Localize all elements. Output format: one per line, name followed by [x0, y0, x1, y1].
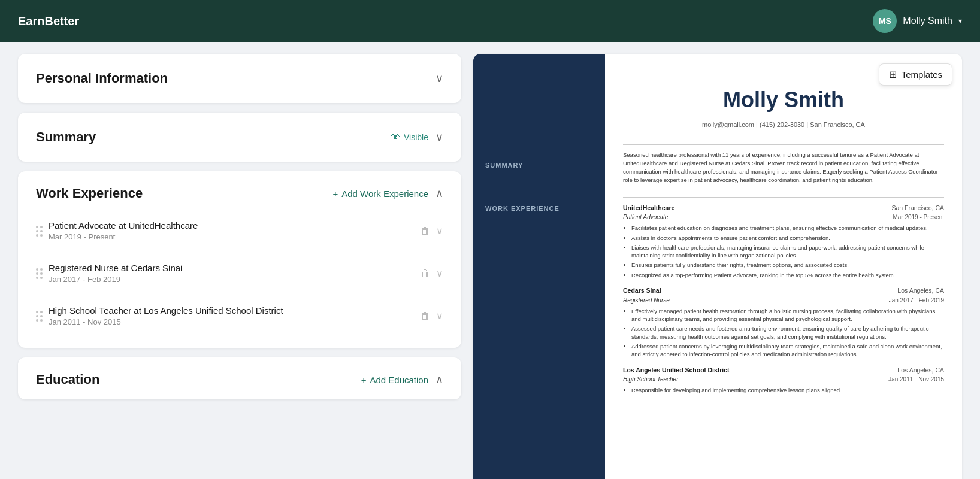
work-item-title: High School Teacher at Los Angeles Unifi…: [49, 305, 415, 316]
expand-icon[interactable]: ∨: [436, 268, 443, 279]
eye-icon: 👁: [391, 132, 400, 143]
work-experience-header: Work Experience + Add Work Experience ∧: [18, 171, 461, 211]
summary-header-right: 👁 Visible ∨: [391, 131, 443, 144]
resume-job-header: Los Angeles Unified School District Los …: [623, 366, 944, 375]
education-title: Education: [36, 372, 99, 387]
resume-contact: molly@gmail.com | (415) 202-3030 | San F…: [623, 120, 944, 130]
avatar: MS: [873, 9, 897, 33]
resume-dates: Mar 2019 - Present: [893, 213, 944, 222]
add-work-experience-button[interactable]: + Add Work Experience: [332, 189, 428, 199]
resume-summary-title: [623, 142, 944, 145]
summary-header[interactable]: Summary 👁 Visible ∨: [18, 113, 461, 162]
user-menu-chevron: ▾: [958, 17, 962, 25]
main-container: Personal Information ∨ Summary 👁 Visible…: [0, 42, 980, 479]
work-items-list: Patient Advocate at UnitedHealthcare Mar…: [18, 211, 461, 348]
resume-role-header: High School Teacher Jan 2011 - Nov 2015: [623, 375, 944, 384]
left-panel: Personal Information ∨ Summary 👁 Visible…: [18, 54, 461, 479]
avatar-initials: MS: [879, 16, 891, 26]
resume-company: UnitedHealthcare: [623, 204, 674, 213]
visible-label: Visible: [404, 132, 428, 142]
add-work-experience-label: Add Work Experience: [341, 189, 428, 199]
resume-bullet: Assessed patient care needs and fostered…: [631, 325, 944, 341]
work-experience-title: Work Experience: [36, 186, 143, 201]
personal-info-chevron: ∨: [435, 72, 443, 85]
drag-handle[interactable]: [36, 268, 43, 279]
resume-role: Registered Nurse: [623, 296, 670, 305]
personal-info-title: Personal Information: [36, 71, 168, 86]
resume-job-header: Cedars Sinai Los Angeles, CA: [623, 286, 944, 296]
work-item: Patient Advocate at UnitedHealthcare Mar…: [30, 211, 449, 251]
work-item-content: Registered Nurse at Cedars Sinai Jan 201…: [49, 263, 415, 284]
resume-location: San Francisco, CA: [891, 204, 944, 213]
templates-grid-icon: ⊞: [889, 69, 897, 80]
drag-handle[interactable]: [36, 311, 43, 322]
resume-main-content: Molly Smith molly@gmail.com | (415) 202-…: [605, 54, 962, 479]
expand-icon[interactable]: ∨: [436, 225, 443, 237]
work-item-actions: 🗑 ∨: [421, 310, 443, 322]
resume-summary-sidebar-label: SUMMARY: [485, 162, 593, 169]
resume-bullet: Effectively managed patient health resto…: [631, 307, 944, 323]
summary-title: Summary: [36, 129, 96, 145]
templates-button[interactable]: ⊞ Templates: [879, 63, 952, 86]
user-menu[interactable]: MS Molly Smith ▾: [873, 9, 962, 33]
resume-preview-panel: ⊞ Templates SUMMARY WORK EXPERIENCE Moll…: [473, 54, 962, 479]
resume-bullets: Facilitates patient education on diagnos…: [623, 224, 944, 279]
username: Molly Smith: [903, 16, 952, 26]
delete-icon[interactable]: 🗑: [421, 311, 430, 322]
resume-dates: Jan 2017 - Feb 2019: [889, 296, 944, 305]
resume-bullet: Facilitates patient education on diagnos…: [631, 224, 944, 232]
education-chevron: ∧: [435, 373, 443, 386]
delete-icon[interactable]: 🗑: [421, 268, 430, 279]
work-item: Registered Nurse at Cedars Sinai Jan 201…: [30, 253, 449, 293]
resume-bullet: Assists in doctor's appointments to ensu…: [631, 234, 944, 242]
work-item-date: Mar 2019 - Present: [49, 232, 415, 241]
resume-job-item: Cedars Sinai Los Angeles, CA Registered …: [623, 286, 944, 359]
resume-bullets: Responsible for developing and implement…: [623, 386, 944, 394]
resume-bullet: Responsible for developing and implement…: [631, 386, 944, 394]
resume-dates: Jan 2011 - Nov 2015: [888, 375, 944, 384]
personal-info-header[interactable]: Personal Information ∨: [18, 54, 461, 103]
app-header: EarnBetter MS Molly Smith ▾: [0, 0, 980, 42]
resume-summary-text: Seasoned healthcare professional with 11…: [623, 151, 944, 185]
education-header-right: + Add Education ∧: [361, 373, 443, 386]
drag-dots: [36, 226, 43, 237]
summary-card: Summary 👁 Visible ∨: [18, 113, 461, 162]
drag-dots: [36, 311, 43, 322]
resume-role: Patient Advocate: [623, 213, 668, 222]
work-item: High School Teacher at Los Angeles Unifi…: [30, 296, 449, 336]
resume-role: High School Teacher: [623, 375, 678, 384]
resume-bullet: Ensures patients fully understand their …: [631, 261, 944, 269]
delete-icon[interactable]: 🗑: [421, 226, 430, 237]
drag-handle[interactable]: [36, 226, 43, 237]
work-item-content: Patient Advocate at UnitedHealthcare Mar…: [49, 220, 415, 241]
work-item-title: Patient Advocate at UnitedHealthcare: [49, 220, 415, 231]
work-item-title: Registered Nurse at Cedars Sinai: [49, 263, 415, 273]
resume-company: Cedars Sinai: [623, 286, 661, 296]
resume-location: Los Angeles, CA: [897, 286, 944, 296]
work-experience-chevron: ∧: [435, 187, 443, 200]
add-education-button[interactable]: + Add Education: [361, 375, 428, 385]
expand-icon[interactable]: ∨: [436, 310, 443, 322]
resume-location: Los Angeles, CA: [897, 366, 944, 375]
education-header: Education + Add Education ∧: [18, 357, 461, 399]
work-experience-card: Work Experience + Add Work Experience ∧: [18, 171, 461, 348]
resume-bullet: Liaises with healthcare professionals, m…: [631, 244, 944, 260]
resume-role-header: Patient Advocate Mar 2019 - Present: [623, 213, 944, 222]
resume-container: SUMMARY WORK EXPERIENCE Molly Smith moll…: [473, 54, 962, 479]
work-item-content: High School Teacher at Los Angeles Unifi…: [49, 305, 415, 326]
plus-icon: +: [361, 375, 367, 385]
resume-bullets: Effectively managed patient health resto…: [623, 307, 944, 359]
work-experience-header-right: + Add Work Experience ∧: [332, 187, 443, 200]
work-item-actions: 🗑 ∨: [421, 268, 443, 279]
personal-info-card: Personal Information ∨: [18, 54, 461, 103]
resume-work-sidebar-label: WORK EXPERIENCE: [485, 205, 593, 212]
resume-job-item: UnitedHealthcare San Francisco, CA Patie…: [623, 204, 944, 280]
add-education-label: Add Education: [370, 375, 428, 385]
templates-label: Templates: [902, 69, 942, 80]
plus-icon: +: [332, 189, 338, 199]
logo: EarnBetter: [18, 14, 79, 28]
education-card: Education + Add Education ∧: [18, 357, 461, 399]
work-item-actions: 🗑 ∨: [421, 225, 443, 237]
visible-badge: 👁 Visible: [391, 132, 428, 143]
resume-role-header: Registered Nurse Jan 2017 - Feb 2019: [623, 296, 944, 305]
